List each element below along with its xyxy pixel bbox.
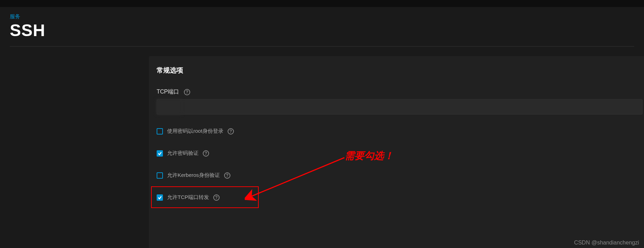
checkbox-icon[interactable] [157,172,163,179]
checkbox-allow-kerberos-auth[interactable]: 允许Kerberos身份验证 ? [157,172,644,179]
help-icon[interactable]: ? [228,128,234,135]
tcp-port-label-row: TCP端口 ? [157,88,644,96]
tcp-port-input[interactable] [157,99,643,115]
help-icon[interactable]: ? [184,89,190,95]
panel-title: 常规选项 [157,66,644,75]
settings-panel: 常规选项 TCP端口 ? 使用密码以root身份登录 ? 允许密码验证 ? [149,56,644,248]
checkbox-allow-password-auth[interactable]: 允许密码验证 ? [157,150,644,157]
checkbox-label: 使用密码以root身份登录 [167,128,223,135]
page-title: SSH [10,21,644,40]
page-header: 服务 SSH [0,7,644,40]
checkbox-label: 允许密码验证 [167,150,199,157]
header-divider [10,46,634,47]
checkbox-allow-tcp-forwarding[interactable]: 允许TCP端口转发 ? [157,194,644,201]
checkbox-root-password-login[interactable]: 使用密码以root身份登录 ? [157,128,644,135]
checkbox-label: 允许Kerberos身份验证 [167,172,220,179]
checkbox-label: 允许TCP端口转发 [167,194,209,201]
top-bar [0,0,644,7]
watermark: CSDN @shandianchengzi [574,240,639,246]
tcp-port-input-wrap [157,99,643,115]
tcp-port-label: TCP端口 [157,88,179,96]
checkbox-icon[interactable] [157,194,163,201]
checkbox-icon[interactable] [157,128,163,135]
help-icon[interactable]: ? [224,172,230,179]
breadcrumb[interactable]: 服务 [10,13,644,20]
checkbox-icon[interactable] [157,150,163,157]
help-icon[interactable]: ? [213,194,220,201]
help-icon[interactable]: ? [203,150,209,157]
